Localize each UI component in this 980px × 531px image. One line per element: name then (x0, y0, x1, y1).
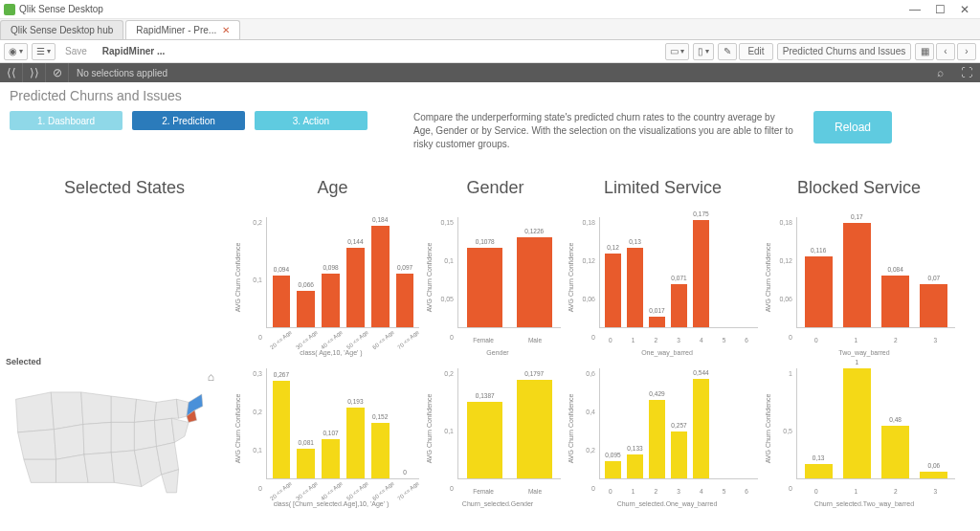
tab-hub[interactable]: Qlik Sense Desktop hub (0, 20, 123, 39)
bar[interactable] (734, 368, 756, 478)
mobile-preview-button[interactable]: ▯ (693, 43, 714, 60)
bar-value-label: 0,066 (299, 281, 314, 288)
bar[interactable]: 0,094 (269, 217, 294, 327)
bar[interactable]: 0,175 (690, 217, 712, 327)
x-tick: 3 (916, 337, 956, 343)
bar[interactable]: 0,544 (690, 368, 712, 478)
bar-value-label: 0,1797 (524, 370, 544, 377)
bar[interactable]: 0,095 (602, 368, 624, 478)
sheet-grid-icon[interactable]: ▦ (915, 43, 934, 60)
bar[interactable]: 0,066 (294, 217, 319, 327)
next-sheet-button[interactable]: › (957, 43, 976, 60)
y-axis-label: AVG Churn Confidence (568, 394, 574, 464)
close-button[interactable]: ✕ (959, 4, 970, 15)
x-tick: 60 <= Age < 70 (371, 480, 394, 501)
bar[interactable]: 0,107 (319, 368, 344, 478)
bar-value-label: 0,13 (629, 238, 641, 245)
x-tick: 4 (690, 488, 713, 495)
sheet-name-button[interactable]: Predicted Churns and Issues (777, 43, 911, 60)
chart-blocked_orange[interactable]: AVG Churn Confidence00,060,120,180,1160,… (769, 213, 959, 357)
bar[interactable]: 0,12 (602, 217, 624, 327)
x-tick: 2 (876, 488, 916, 495)
nav-action-button[interactable]: 3. Action (255, 111, 368, 130)
nav-prediction-button[interactable]: 2. Prediction (132, 111, 245, 130)
chart-gender_yellow[interactable]: AVG Churn Confidence00,10,20,13870,1797F… (431, 365, 565, 508)
bar[interactable]: 0,06 (915, 368, 953, 478)
device-preview-button[interactable]: ▭ (665, 43, 689, 60)
bar[interactable]: 0,017 (646, 217, 668, 327)
bar-value-label: 0,144 (347, 238, 363, 245)
bar[interactable]: 0,184 (368, 217, 392, 327)
save-button[interactable]: Save (59, 46, 93, 56)
chart-limited_yellow[interactable]: AVG Churn Confidence00,20,40,60,0950,133… (572, 365, 762, 508)
chart-row-yellow: AVG Churn Confidence00,10,20,30,2670,081… (239, 365, 974, 508)
bar[interactable]: 0,1078 (460, 217, 510, 327)
tab-close-icon[interactable]: ✕ (222, 25, 230, 35)
edit-pencil-icon[interactable]: ✎ (718, 43, 737, 60)
x-tick: 40 <= Age < 50 (320, 480, 343, 501)
bar[interactable]: 0,267 (269, 368, 294, 478)
bar-value-label: 0,152 (372, 413, 388, 420)
minimize-button[interactable]: — (909, 4, 921, 15)
chart-age_yellow[interactable]: AVG Churn Confidence00,10,20,30,2670,081… (239, 365, 423, 508)
bar[interactable] (734, 217, 756, 327)
list-menu-button[interactable]: ☰ (32, 43, 56, 60)
y-tick: 0,1 (444, 428, 454, 434)
bar[interactable]: 0,193 (343, 368, 368, 478)
bar-value-label: 0 (403, 469, 407, 476)
x-tick: 2 (876, 337, 916, 343)
app-title: Qlik Sense Desktop (19, 4, 909, 14)
bar[interactable]: 0,097 (392, 217, 417, 327)
prev-sheet-button[interactable]: ‹ (936, 43, 955, 60)
tab-label: RapidMiner - Pre... (136, 25, 216, 35)
step-forward-button[interactable]: ⟩⟩ (23, 63, 46, 82)
bar[interactable]: 0,098 (319, 217, 344, 327)
global-menu-button[interactable]: ◉ (4, 43, 28, 60)
bar[interactable]: 0,13 (799, 368, 837, 478)
chart-blocked_yellow[interactable]: AVG Churn Confidence00,510,1310,480,0601… (769, 365, 959, 508)
tab-rapidminer[interactable]: RapidMiner - Pre...✕ (125, 20, 240, 39)
left-column: Selected ⌂ (6, 213, 234, 508)
bar[interactable]: 0,07 (915, 217, 953, 327)
x-tick: 3 (916, 488, 956, 495)
bar[interactable]: 0,48 (877, 368, 915, 478)
bar[interactable]: 0,133 (624, 368, 646, 478)
y-tick: 0 (450, 333, 454, 340)
bar[interactable]: 0,084 (877, 217, 915, 327)
bar[interactable]: 0,081 (294, 368, 319, 478)
nav-dashboard-button[interactable]: 1. Dashboard (10, 111, 122, 130)
bar[interactable]: 0,257 (668, 368, 690, 478)
breadcrumb[interactable]: RapidMiner ... (97, 46, 171, 56)
y-tick: 0,05 (440, 295, 454, 301)
y-axis-label: AVG Churn Confidence (765, 243, 771, 313)
selections-tool-icon[interactable]: ⛶ (953, 66, 980, 79)
bar[interactable]: 0,116 (799, 217, 837, 327)
bar-value-label: 0,07 (928, 275, 941, 281)
bar[interactable] (712, 217, 734, 327)
reload-button[interactable]: Reload (813, 111, 892, 144)
bar[interactable]: 0,071 (668, 217, 690, 327)
bar[interactable]: 0,429 (646, 368, 668, 478)
bar[interactable]: 0,144 (343, 217, 368, 327)
maximize-button[interactable]: ☐ (934, 4, 946, 15)
bar[interactable]: 0,1387 (460, 368, 510, 478)
y-tick: 0,18 (779, 219, 792, 226)
bar[interactable]: 0,1226 (510, 217, 560, 327)
bar[interactable]: 1 (837, 368, 876, 478)
search-icon[interactable]: ⌕ (926, 66, 953, 79)
bar[interactable]: 0,13 (624, 217, 646, 327)
bar[interactable]: 0,152 (368, 368, 392, 478)
home-icon[interactable]: ⌂ (208, 370, 214, 384)
bar[interactable]: 0,1797 (510, 368, 560, 478)
chart-age_orange[interactable]: AVG Churn Confidence00,10,20,0940,0660,0… (239, 213, 423, 357)
x-tick: 2 (644, 488, 667, 495)
us-map[interactable]: ⌂ (6, 372, 207, 497)
chart-gender_orange[interactable]: AVG Churn Confidence00,050,10,150,10780,… (431, 213, 565, 357)
bar[interactable]: 0,17 (837, 217, 876, 327)
step-back-button[interactable]: ⟨⟨ (0, 63, 23, 82)
clear-selections-button[interactable]: ⊘ (46, 63, 69, 82)
edit-button[interactable]: Edit (739, 43, 773, 60)
bar[interactable] (712, 368, 734, 478)
chart-limited_orange[interactable]: AVG Churn Confidence00,060,120,180,120,1… (572, 213, 762, 357)
bar[interactable]: 0 (392, 368, 417, 478)
